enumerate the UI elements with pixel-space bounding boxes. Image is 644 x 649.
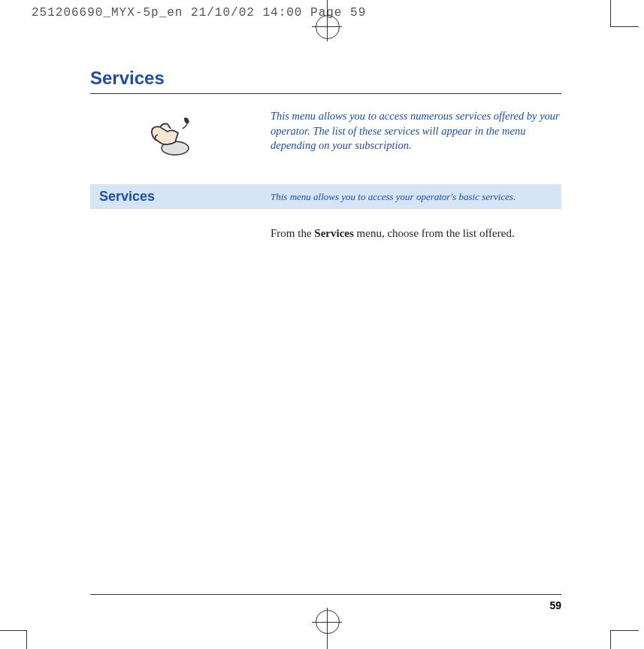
body-text: From the Services menu, choose from the …	[271, 227, 561, 240]
intro-text: This menu allows you to access numerous …	[271, 109, 561, 153]
hand-pointing-icon	[139, 112, 199, 160]
crop-mark-top	[316, 0, 338, 39]
body-prefix: From the	[271, 227, 314, 239]
body-bold: Services	[314, 227, 353, 239]
page-number: 59	[549, 599, 561, 611]
body-suffix: menu, choose from the list offered.	[354, 227, 515, 239]
subsection-bar: Services This menu allows you to access …	[90, 184, 561, 209]
footer-line	[90, 594, 561, 595]
subsection-label: Services	[99, 189, 271, 205]
subsection-description: This menu allows you to access your oper…	[271, 191, 552, 203]
intro-section: This menu allows you to access numerous …	[90, 109, 561, 160]
page-content: Services This menu allows you to access …	[90, 68, 561, 240]
icon-column	[90, 109, 248, 160]
body-row: From the Services menu, choose from the …	[90, 227, 561, 240]
body-spacer	[90, 227, 271, 240]
crop-mark-bottom	[316, 610, 338, 649]
page-title: Services	[90, 68, 561, 94]
